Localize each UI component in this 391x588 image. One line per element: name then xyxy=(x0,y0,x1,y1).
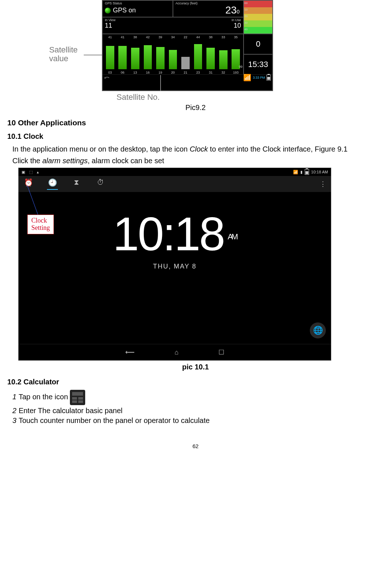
annotation-satellite-value: Satellite value xyxy=(49,46,78,63)
calc-step-2: 2Enter The calculator basic panel xyxy=(12,407,384,415)
gps-figure: Satellite value GPS Status GPS on xyxy=(7,0,384,102)
nav-recent-icon[interactable]: ☐ xyxy=(218,348,224,356)
snr-bar: 42 xyxy=(142,36,154,69)
in-use-value: 10 xyxy=(234,22,241,29)
snr-bar: 41 xyxy=(117,36,129,69)
in-view-value: 11 xyxy=(105,22,112,29)
annotation-line xyxy=(160,75,161,91)
back-nav-icon: ⤺ xyxy=(104,74,110,82)
clock-paragraph-2: Click the alarm settings, alarm clock ca… xyxy=(12,156,384,165)
gps-status-label: GPS Status xyxy=(105,1,170,5)
snr-bar: 44 xyxy=(192,36,204,69)
battery-icon xyxy=(305,169,309,175)
stopwatch-tab-icon[interactable]: ⏱ xyxy=(95,178,106,190)
clock-time: 10:18AM xyxy=(19,207,331,261)
android-nav-bar: ⟵ ⌂ ☐ xyxy=(19,344,331,360)
clock-tab-bar: ⏰ 🕘 ⧗ ⏱ ⋮ xyxy=(19,176,331,192)
signal-icon: ▮ xyxy=(300,170,303,175)
snr-bar-chart: 4141384239342244383335030613161920212331… xyxy=(103,34,243,74)
right-panel-count: 0 xyxy=(244,34,272,54)
world-clock-button[interactable]: 🌐 xyxy=(310,322,326,338)
calc-step-3: 3Touch counter number on the panel or op… xyxy=(12,416,384,425)
overflow-menu-icon[interactable]: ⋮ xyxy=(320,180,327,188)
clock-date: THU, MAY 8 xyxy=(19,263,331,270)
snr-bar: 38 xyxy=(205,36,217,69)
wifi-icon: 📶 xyxy=(243,74,251,82)
snr-legend: SNR 00 10 20 30 40 xyxy=(244,1,272,34)
accuracy-value: 230 xyxy=(175,5,241,15)
gps-screenshot: GPS Status GPS on Accuracy (feet) 230 xyxy=(102,0,273,91)
calc-step-1: 1Tap on the icon xyxy=(12,390,384,405)
status-time: 3:33 PM xyxy=(253,76,265,79)
snr-bar: 33 xyxy=(217,36,229,69)
gps-on-dot-icon xyxy=(105,8,111,13)
status-left-icons: ▣ ⬚ ▴ xyxy=(21,170,40,175)
annotation-satellite-no: Satellite No. xyxy=(116,93,160,102)
accuracy-card: Accuracy (feet) 230 xyxy=(173,1,243,17)
gps-on-text: GPS on xyxy=(113,7,136,14)
status-time: 10:18 AM xyxy=(311,170,328,174)
in-use-label: In Use xyxy=(175,18,241,22)
heading-10-1: 10.1 Clock xyxy=(7,132,384,141)
page-number: 62 xyxy=(7,443,384,449)
battery-icon xyxy=(266,75,271,81)
snr-bar: 22 xyxy=(179,36,191,69)
snr-bar: 39 xyxy=(154,36,166,69)
snr-bar: 41 xyxy=(104,36,116,69)
snr-bar: 34 xyxy=(167,36,179,69)
clock-tab-icon[interactable]: 🕘 xyxy=(47,178,58,190)
clock-paragraph-1: In the application menu or on the deskto… xyxy=(12,144,384,154)
android-status-bar: ▣ ⬚ ▴ 📶 ▮ 10:18 AM xyxy=(19,168,331,176)
gps-status-card: GPS Status GPS on xyxy=(103,1,173,17)
right-panel-time: 15:33 xyxy=(244,54,272,74)
android-status-bar: ⤺ 📶 3:33 PM xyxy=(103,74,272,81)
figure-caption-10-1: pic 10.1 xyxy=(7,363,384,371)
extra-small-value: 99 xyxy=(239,65,242,68)
calculator-app-icon xyxy=(70,390,85,405)
clock-screenshot: ▣ ⬚ ▴ 📶 ▮ 10:18 AM ⏰ 🕘 ⧗ ⏱ ⋮ 10:18AM THU… xyxy=(18,168,331,361)
heading-10-2: 10.2 Calculator xyxy=(7,378,384,386)
nav-back-icon[interactable]: ⟵ xyxy=(125,348,135,356)
in-view-card: In View 11 xyxy=(103,17,173,34)
figure-caption-9-2: Pic9.2 xyxy=(7,103,384,112)
callout-clock-setting: Clock Setting xyxy=(27,215,54,234)
in-view-label: In View xyxy=(105,18,171,22)
heading-10: 10 Other Applications xyxy=(7,118,384,127)
timer-tab-icon[interactable]: ⧗ xyxy=(71,178,82,190)
nav-home-icon[interactable]: ⌂ xyxy=(175,349,179,356)
wifi-icon: 📶 xyxy=(293,170,298,175)
in-use-card: In Use 10 xyxy=(173,17,243,34)
snr-bar: 38 xyxy=(129,36,141,69)
snr-bar: 35 xyxy=(230,36,242,69)
